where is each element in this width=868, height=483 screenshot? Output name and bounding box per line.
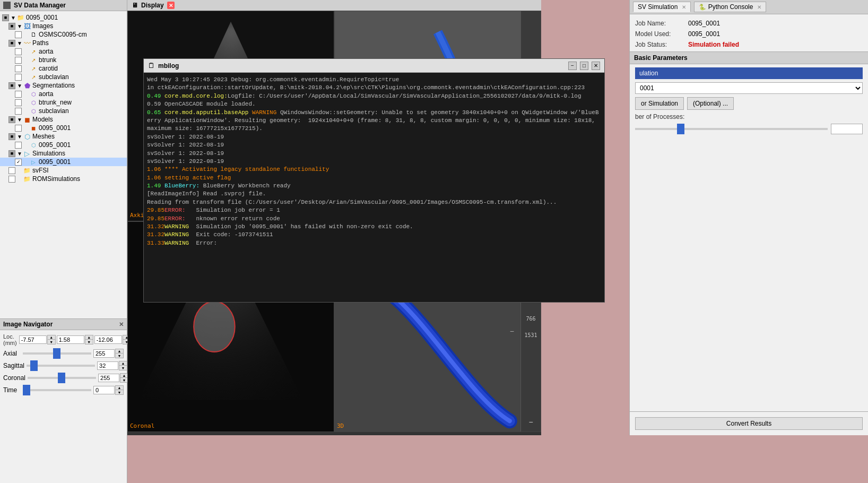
- tree-icon-carotid-path: ↗: [29, 65, 38, 72]
- tree-checkbox-carotid-path[interactable]: [15, 65, 22, 72]
- loc-x-spinner[interactable]: ▲ ▼: [47, 335, 56, 344]
- loc-y-input[interactable]: [57, 335, 84, 344]
- tree-checkbox-sim-0095[interactable]: [15, 159, 22, 166]
- mbilog-close[interactable]: ✕: [592, 62, 600, 70]
- tree-item-segmentations[interactable]: ■ ▼ ⬟ Segmentations: [0, 81, 127, 90]
- loc-y-down[interactable]: ▼: [85, 340, 93, 344]
- time-spinner[interactable]: ▲ ▼: [115, 385, 124, 395]
- axial-spinner[interactable]: ▲ ▼: [115, 349, 124, 358]
- display-close[interactable]: ✕: [167, 2, 175, 9]
- tree-item-btrunk-path[interactable]: ↗ btrunk: [0, 56, 127, 64]
- tree-item-root[interactable]: ■ ▼ 📁 0095_0001: [0, 13, 127, 22]
- tree-item-models[interactable]: ■ ▼ ◼ Models: [0, 115, 127, 124]
- tree-checkbox-models[interactable]: ■: [8, 116, 15, 123]
- tree-item-osmsc[interactable]: 🗋 OSMSC0095-cm: [0, 30, 127, 39]
- time-down[interactable]: ▼: [116, 390, 123, 394]
- image-navigator-close[interactable]: ✕: [119, 321, 124, 328]
- tree-checkbox-aorta-seg[interactable]: [15, 91, 22, 98]
- tree-checkbox-subclavian-path[interactable]: [15, 74, 22, 81]
- loc-x-down[interactable]: ▼: [48, 340, 55, 344]
- tree-item-images[interactable]: ■ ▼ 🖼 Images: [0, 22, 127, 30]
- tree-item-subclavian-path[interactable]: ↗ subclavian: [0, 73, 127, 81]
- sv-data-manager-title: SV Data Manager: [14, 2, 66, 9]
- python-tab-label: Python Console: [708, 3, 753, 11]
- tree-item-aorta-seg[interactable]: ⬡ aorta: [0, 90, 127, 98]
- image-navigator-panel: Image Navigator ✕ Loc. (mm) ▲ ▼ ▲ ▼: [0, 318, 127, 483]
- tree-expand-root[interactable]: ▼: [10, 15, 16, 21]
- coronal-value[interactable]: [98, 374, 119, 382]
- mbilog-maximize[interactable]: □: [580, 62, 588, 70]
- tree-checkbox-meshes[interactable]: ■: [8, 133, 15, 140]
- axial-value[interactable]: [93, 349, 115, 358]
- tree-checkbox-btrunk-path[interactable]: [15, 57, 22, 64]
- tree-expand-simulations[interactable]: ▼: [16, 151, 23, 157]
- loc-x-up[interactable]: ▲: [48, 335, 55, 340]
- tree-item-svfsi[interactable]: 📁 svFSI: [0, 166, 127, 175]
- mbilog-minimize[interactable]: −: [568, 62, 577, 70]
- tree-checkbox-root[interactable]: ■: [2, 14, 9, 21]
- sim-tab-sv-simulation[interactable]: SV Simulation ✕: [633, 2, 691, 12]
- loc-y-spinner[interactable]: ▲ ▼: [85, 335, 93, 344]
- sv-simulation-titlebar: SV Simulation ✕ 🐍 Python Console ✕: [630, 0, 868, 14]
- sagittal-down[interactable]: ▼: [119, 366, 127, 370]
- tree-checkbox-aorta-path[interactable]: [15, 48, 22, 55]
- sagittal-spinner[interactable]: ▲ ▼: [119, 361, 127, 370]
- tree-checkbox-osmsc[interactable]: [15, 31, 22, 38]
- tree-item-mesh-0095[interactable]: ⬡ 0095_0001: [0, 141, 127, 149]
- tree-item-subclavian-seg[interactable]: ⬡ subclavian: [0, 107, 127, 115]
- display-minus-mid[interactable]: −: [510, 327, 514, 335]
- mbilog-content[interactable]: Wed May 3 10:27:45 2023 Debug: org.commo…: [144, 73, 604, 302]
- coronal-slider[interactable]: [28, 377, 96, 379]
- tree-checkbox-model-0095[interactable]: [15, 125, 22, 132]
- coronal-up[interactable]: ▲: [120, 374, 128, 378]
- convert-results-btn[interactable]: Convert Results: [635, 417, 863, 430]
- sim-optional-btn[interactable]: (Optional) ...: [687, 97, 734, 110]
- tree-checkbox-romsim[interactable]: [8, 176, 15, 183]
- tree-checkbox-svfsi[interactable]: [8, 167, 15, 174]
- sim-blue-bar: ulation: [635, 67, 863, 79]
- tree-expand-images[interactable]: ▼: [16, 23, 23, 29]
- axial-down[interactable]: ▼: [116, 353, 123, 358]
- sagittal-slider[interactable]: [27, 365, 95, 367]
- sim-tab-close[interactable]: ✕: [682, 4, 686, 10]
- tree-expand-models[interactable]: ▼: [16, 117, 23, 123]
- sim-num-processes-input[interactable]: [831, 124, 863, 134]
- python-console-tab[interactable]: 🐍 Python Console ✕: [694, 2, 767, 12]
- tree-item-aorta-path[interactable]: ↗ aorta: [0, 47, 127, 56]
- tree-expand-meshes[interactable]: ▼: [16, 134, 23, 140]
- tree-item-romsim[interactable]: 📁 ROMSimulations: [0, 175, 127, 183]
- tree-icon-sim-0095: ▷: [29, 158, 38, 166]
- axial-slider[interactable]: [23, 352, 91, 355]
- sagittal-up[interactable]: ▲: [119, 361, 127, 366]
- sim-num-processes-slider[interactable]: [635, 128, 828, 130]
- tree-checkbox-btrunk-new[interactable]: [15, 99, 22, 106]
- time-up[interactable]: ▲: [116, 386, 123, 390]
- axial-up[interactable]: ▲: [116, 349, 123, 353]
- tree-expand-paths[interactable]: ▼: [16, 40, 23, 46]
- tree-item-simulations[interactable]: ■ ▼ ▷ Simulations: [0, 149, 127, 158]
- tree-expand-segmentations[interactable]: ▼: [16, 83, 23, 89]
- tree-item-meshes[interactable]: ■ ▼ ⬡ Meshes: [0, 132, 127, 141]
- time-slider[interactable]: [23, 389, 91, 391]
- loc-y-up[interactable]: ▲: [85, 335, 93, 340]
- tree-checkbox-segmentations[interactable]: ■: [8, 82, 15, 89]
- sagittal-value[interactable]: [97, 361, 118, 370]
- time-value[interactable]: [93, 386, 115, 394]
- tree-item-carotid-path[interactable]: ↗ carotid: [0, 64, 127, 73]
- tree-item-sim-0095[interactable]: ▷ 0095_0001: [0, 158, 127, 166]
- tree-checkbox-mesh-0095[interactable]: [15, 142, 22, 149]
- sim-select[interactable]: 0001: [635, 82, 863, 94]
- tree-checkbox-paths[interactable]: ■: [8, 40, 15, 47]
- tree-item-paths[interactable]: ■ ▼ 〰 Paths: [0, 39, 127, 47]
- cell-minus-bottom[interactable]: −: [528, 418, 533, 426]
- loc-x-input[interactable]: [19, 335, 47, 344]
- coronal-down[interactable]: ▼: [120, 378, 128, 382]
- tree-checkbox-subclavian-seg[interactable]: [15, 108, 22, 115]
- tree-item-btrunk-new[interactable]: ⬡ btrunk_new: [0, 98, 127, 107]
- tree-checkbox-images[interactable]: ■: [8, 23, 15, 30]
- tree-item-model-0095[interactable]: ◼ 0095_0001: [0, 124, 127, 132]
- sim-run-btn[interactable]: or Simulation: [635, 97, 684, 110]
- loc-z-input[interactable]: [94, 335, 122, 344]
- tree-checkbox-simulations[interactable]: ■: [8, 150, 15, 157]
- python-tab-close[interactable]: ✕: [757, 4, 761, 10]
